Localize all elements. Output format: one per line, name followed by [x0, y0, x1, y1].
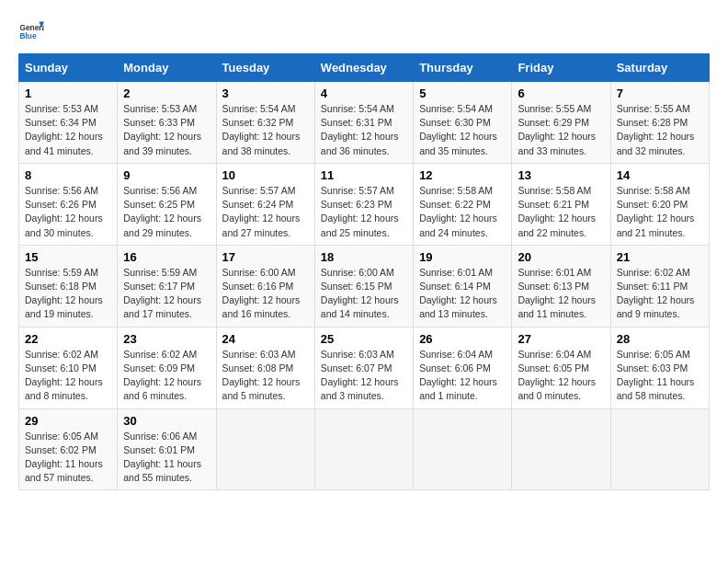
calendar-cell: 7Sunrise: 5:55 AM Sunset: 6:28 PM Daylig… [610, 82, 709, 164]
day-info: Sunrise: 6:03 AM Sunset: 6:07 PM Dayligh… [321, 348, 407, 404]
day-number: 6 [518, 86, 604, 100]
day-number: 18 [321, 250, 407, 264]
logo: General Blue [18, 18, 48, 44]
day-info: Sunrise: 5:53 AM Sunset: 6:34 PM Dayligh… [25, 102, 111, 158]
calendar-cell: 27Sunrise: 6:04 AM Sunset: 6:05 PM Dayli… [512, 327, 610, 408]
day-info: Sunrise: 6:03 AM Sunset: 6:08 PM Dayligh… [222, 348, 309, 404]
calendar-cell: 29Sunrise: 6:05 AM Sunset: 6:02 PM Dayli… [19, 408, 118, 490]
calendar-cell: 8Sunrise: 5:56 AM Sunset: 6:26 PM Daylig… [19, 163, 118, 245]
calendar-table: SundayMondayTuesdayWednesdayThursdayFrid… [18, 53, 710, 490]
day-number: 26 [419, 332, 506, 346]
day-info: Sunrise: 5:58 AM Sunset: 6:20 PM Dayligh… [617, 184, 703, 240]
day-number: 12 [419, 168, 506, 182]
day-number: 14 [617, 168, 703, 182]
day-info: Sunrise: 5:54 AM Sunset: 6:31 PM Dayligh… [321, 102, 407, 158]
calendar-cell: 22Sunrise: 6:02 AM Sunset: 6:10 PM Dayli… [19, 327, 118, 408]
page-header: General Blue [18, 18, 710, 44]
day-number: 29 [25, 414, 111, 428]
day-info: Sunrise: 6:02 AM Sunset: 6:11 PM Dayligh… [617, 266, 703, 322]
calendar-cell: 2Sunrise: 5:53 AM Sunset: 6:33 PM Daylig… [118, 82, 216, 164]
calendar-cell: 9Sunrise: 5:56 AM Sunset: 6:25 PM Daylig… [118, 163, 216, 245]
calendar-cell: 10Sunrise: 5:57 AM Sunset: 6:24 PM Dayli… [216, 163, 314, 245]
day-info: Sunrise: 5:59 AM Sunset: 6:18 PM Dayligh… [25, 266, 111, 322]
day-number: 5 [419, 86, 506, 100]
calendar-cell: 16Sunrise: 5:59 AM Sunset: 6:17 PM Dayli… [118, 245, 216, 327]
day-number: 8 [25, 168, 111, 182]
day-info: Sunrise: 5:54 AM Sunset: 6:30 PM Dayligh… [419, 102, 506, 158]
day-info: Sunrise: 5:58 AM Sunset: 6:21 PM Dayligh… [518, 184, 604, 240]
day-header-thursday: Thursday [414, 54, 512, 82]
day-info: Sunrise: 5:55 AM Sunset: 6:29 PM Dayligh… [518, 102, 604, 158]
day-info: Sunrise: 6:01 AM Sunset: 6:14 PM Dayligh… [419, 266, 506, 322]
day-info: Sunrise: 6:00 AM Sunset: 6:15 PM Dayligh… [321, 266, 407, 322]
logo-icon: General Blue [18, 18, 44, 44]
day-info: Sunrise: 6:04 AM Sunset: 6:06 PM Dayligh… [419, 348, 506, 404]
day-number: 22 [25, 332, 111, 346]
calendar-cell: 21Sunrise: 6:02 AM Sunset: 6:11 PM Dayli… [610, 245, 709, 327]
calendar-cell: 18Sunrise: 6:00 AM Sunset: 6:15 PM Dayli… [314, 245, 413, 327]
day-info: Sunrise: 5:53 AM Sunset: 6:33 PM Dayligh… [123, 102, 210, 158]
day-info: Sunrise: 6:00 AM Sunset: 6:16 PM Dayligh… [222, 266, 309, 322]
day-info: Sunrise: 5:56 AM Sunset: 6:25 PM Dayligh… [123, 184, 210, 240]
day-number: 23 [123, 332, 210, 346]
calendar-cell: 15Sunrise: 5:59 AM Sunset: 6:18 PM Dayli… [19, 245, 118, 327]
calendar-week-4: 22Sunrise: 6:02 AM Sunset: 6:10 PM Dayli… [19, 327, 710, 408]
day-info: Sunrise: 5:59 AM Sunset: 6:17 PM Dayligh… [123, 266, 210, 322]
day-number: 9 [123, 168, 210, 182]
day-number: 2 [123, 86, 210, 100]
day-number: 27 [518, 332, 604, 346]
day-info: Sunrise: 6:05 AM Sunset: 6:02 PM Dayligh… [25, 430, 111, 486]
calendar-cell [512, 408, 610, 490]
day-number: 16 [123, 250, 210, 264]
calendar-cell [610, 408, 709, 490]
day-info: Sunrise: 6:02 AM Sunset: 6:09 PM Dayligh… [123, 348, 210, 404]
calendar-week-1: 1Sunrise: 5:53 AM Sunset: 6:34 PM Daylig… [19, 82, 710, 164]
day-info: Sunrise: 5:55 AM Sunset: 6:28 PM Dayligh… [617, 102, 703, 158]
day-header-monday: Monday [118, 54, 216, 82]
day-info: Sunrise: 6:06 AM Sunset: 6:01 PM Dayligh… [123, 430, 210, 486]
calendar-cell: 25Sunrise: 6:03 AM Sunset: 6:07 PM Dayli… [314, 327, 413, 408]
day-info: Sunrise: 6:01 AM Sunset: 6:13 PM Dayligh… [518, 266, 604, 322]
day-info: Sunrise: 5:58 AM Sunset: 6:22 PM Dayligh… [419, 184, 506, 240]
day-number: 25 [321, 332, 407, 346]
day-number: 4 [321, 86, 407, 100]
calendar-cell: 30Sunrise: 6:06 AM Sunset: 6:01 PM Dayli… [118, 408, 216, 490]
day-number: 24 [222, 332, 309, 346]
day-info: Sunrise: 5:54 AM Sunset: 6:32 PM Dayligh… [222, 102, 309, 158]
calendar-cell: 28Sunrise: 6:05 AM Sunset: 6:03 PM Dayli… [610, 327, 709, 408]
calendar-cell: 3Sunrise: 5:54 AM Sunset: 6:32 PM Daylig… [216, 82, 314, 164]
day-info: Sunrise: 6:04 AM Sunset: 6:05 PM Dayligh… [518, 348, 604, 404]
calendar-cell: 20Sunrise: 6:01 AM Sunset: 6:13 PM Dayli… [512, 245, 610, 327]
day-info: Sunrise: 5:57 AM Sunset: 6:24 PM Dayligh… [222, 184, 309, 240]
day-info: Sunrise: 5:57 AM Sunset: 6:23 PM Dayligh… [321, 184, 407, 240]
calendar-cell: 19Sunrise: 6:01 AM Sunset: 6:14 PM Dayli… [414, 245, 512, 327]
calendar-cell: 11Sunrise: 5:57 AM Sunset: 6:23 PM Dayli… [314, 163, 413, 245]
calendar-week-5: 29Sunrise: 6:05 AM Sunset: 6:02 PM Dayli… [19, 408, 710, 490]
calendar-cell: 4Sunrise: 5:54 AM Sunset: 6:31 PM Daylig… [314, 82, 413, 164]
day-number: 28 [617, 332, 703, 346]
calendar-cell [216, 408, 314, 490]
calendar-cell: 23Sunrise: 6:02 AM Sunset: 6:09 PM Dayli… [118, 327, 216, 408]
day-number: 13 [518, 168, 604, 182]
day-header-tuesday: Tuesday [216, 54, 314, 82]
day-number: 1 [25, 86, 111, 100]
day-number: 15 [25, 250, 111, 264]
day-header-sunday: Sunday [19, 54, 118, 82]
day-info: Sunrise: 5:56 AM Sunset: 6:26 PM Dayligh… [25, 184, 111, 240]
day-number: 3 [222, 86, 309, 100]
calendar-cell: 26Sunrise: 6:04 AM Sunset: 6:06 PM Dayli… [414, 327, 512, 408]
calendar-cell: 24Sunrise: 6:03 AM Sunset: 6:08 PM Dayli… [216, 327, 314, 408]
day-number: 11 [321, 168, 407, 182]
day-info: Sunrise: 6:02 AM Sunset: 6:10 PM Dayligh… [25, 348, 111, 404]
day-header-wednesday: Wednesday [314, 54, 413, 82]
calendar-cell: 1Sunrise: 5:53 AM Sunset: 6:34 PM Daylig… [19, 82, 118, 164]
calendar-cell: 6Sunrise: 5:55 AM Sunset: 6:29 PM Daylig… [512, 82, 610, 164]
day-number: 19 [419, 250, 506, 264]
day-number: 20 [518, 250, 604, 264]
calendar-cell: 5Sunrise: 5:54 AM Sunset: 6:30 PM Daylig… [414, 82, 512, 164]
day-number: 10 [222, 168, 309, 182]
calendar-week-3: 15Sunrise: 5:59 AM Sunset: 6:18 PM Dayli… [19, 245, 710, 327]
calendar-cell [414, 408, 512, 490]
svg-text:Blue: Blue [19, 31, 36, 40]
header-row: SundayMondayTuesdayWednesdayThursdayFrid… [19, 54, 710, 82]
